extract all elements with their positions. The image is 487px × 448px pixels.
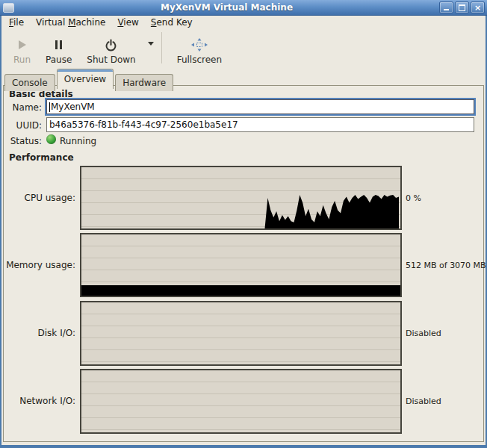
pause-button[interactable]: Pause [38, 29, 79, 68]
status-running-icon [46, 134, 56, 144]
tab-bar: ConsoleOverviewHardware [4, 69, 175, 89]
run-button[interactable]: Run [6, 29, 38, 68]
menu-item-virtual-machine[interactable]: Virtual Machine [30, 16, 111, 29]
maximize-button[interactable] [455, 1, 469, 13]
close-icon: × [474, 4, 481, 12]
shutdown-button[interactable]: Shut Down [79, 29, 143, 68]
network-io-label: Network I/O: [1, 396, 75, 406]
minimize-icon [444, 9, 449, 10]
memory-usage-label: Memory usage: [1, 260, 75, 270]
pause-icon [55, 40, 62, 49]
app-icon [3, 3, 14, 13]
uuid-input-value: b46a5376-f81b-f443-4c97-2560e1ba5e17 [49, 119, 238, 130]
window-title: MyXenVM Virtual Machine [14, 2, 439, 13]
cpu-usage-label: CPU usage: [1, 193, 75, 203]
menu-item-file[interactable]: File [3, 16, 30, 29]
close-button[interactable]: × [471, 1, 485, 13]
cpu-usage-value: 0 % [406, 193, 421, 203]
status-label: Status: [1, 136, 42, 146]
memory-usage-chart [80, 233, 402, 297]
name-input-value: MyXenVM [51, 102, 95, 112]
titlebar[interactable]: MyXenVM Virtual Machine × [0, 0, 487, 16]
shutdown-button-label: Shut Down [87, 55, 135, 65]
chevron-down-icon [148, 42, 154, 46]
disk-io-value: Disabled [406, 329, 441, 338]
status-value: Running [60, 136, 96, 146]
network-io-value: Disabled [406, 396, 441, 406]
run-play-icon [19, 40, 26, 49]
run-button-label: Run [13, 55, 31, 65]
window-client-area: FileVirtual MachineViewSend Key Run Paus… [1, 15, 486, 445]
disk-io-label: Disk I/O: [1, 328, 75, 338]
memory-usage-value: 512 MB of 3070 MB [406, 261, 486, 270]
cpu-usage-chart [80, 166, 402, 230]
toolbar: Run Pause Shut Down [1, 29, 486, 68]
uuid-label: UUID: [1, 120, 42, 131]
memory-usage-bar [81, 285, 400, 296]
fullscreen-icon [191, 38, 208, 52]
uuid-input[interactable]: b46a5376-f81b-f443-4c97-2560e1ba5e17 [46, 117, 474, 132]
fullscreen-button[interactable]: Fullscreen [170, 29, 229, 68]
performance-heading: Performance [9, 152, 74, 163]
toolbar-separator [161, 32, 162, 63]
name-input[interactable]: MyXenVM [46, 99, 474, 114]
tab-console[interactable]: Console [4, 74, 55, 91]
minimize-button[interactable] [439, 1, 453, 13]
network-io-chart [80, 369, 402, 434]
tab-hardware[interactable]: Hardware [115, 74, 173, 91]
power-icon [105, 39, 117, 52]
menubar: FileVirtual MachineViewSend Key [1, 15, 486, 29]
shutdown-dropdown-button[interactable] [143, 19, 158, 68]
tab-overview[interactable]: Overview [57, 69, 114, 89]
cpu-usage-sparkline [81, 167, 400, 228]
fullscreen-button-label: Fullscreen [177, 55, 222, 65]
menu-item-view[interactable]: View [111, 16, 144, 29]
disk-io-chart [80, 301, 402, 366]
name-label: Name: [1, 102, 42, 113]
text-caret [49, 102, 50, 112]
maximize-icon [459, 4, 465, 11]
pause-button-label: Pause [46, 55, 72, 65]
